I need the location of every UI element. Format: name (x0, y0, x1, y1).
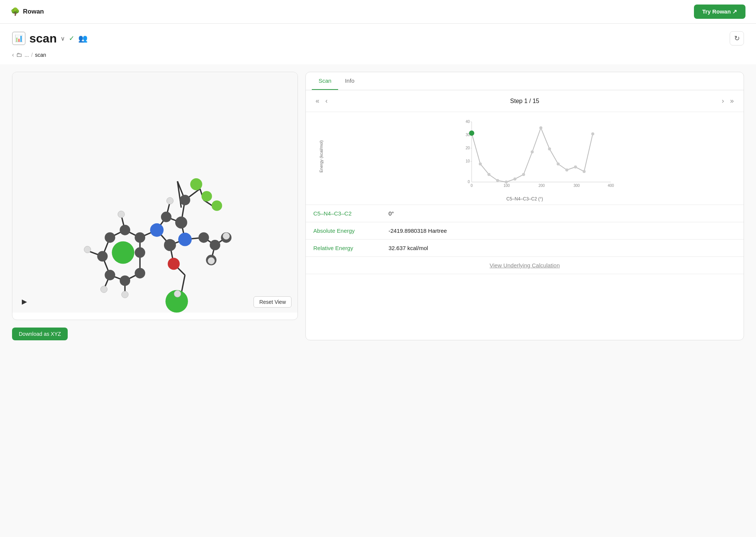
download-xyz-button[interactable]: Download as XYZ (12, 328, 68, 340)
svg-text:20: 20 (466, 146, 470, 150)
svg-text:100: 100 (504, 184, 510, 188)
svg-text:200: 200 (539, 184, 545, 188)
svg-point-49 (105, 270, 115, 280)
breadcrumb-folder-icon: 🗀 (16, 52, 22, 58)
svg-point-84 (505, 181, 508, 184)
chart-container: Energy (kcal/mol) 40 30 20 (306, 112, 744, 205)
step-prev-button[interactable]: ‹ (323, 96, 330, 106)
dihedral-label: C5–N4–C3–C2 (313, 210, 389, 217)
svg-point-51 (135, 268, 145, 278)
svg-point-38 (190, 178, 202, 190)
view-calc-row: View Underlying Calculation (306, 257, 744, 274)
logo-icon: 🌳 (11, 7, 20, 16)
dihedral-value: 0° (389, 210, 394, 217)
molecule-svg (12, 72, 298, 313)
refresh-button[interactable]: ↻ (730, 31, 744, 46)
svg-point-41 (164, 239, 176, 251)
svg-point-92 (574, 165, 577, 168)
step-next-button[interactable]: › (720, 96, 726, 106)
molecule-panel: ▶ Reset View (12, 72, 298, 320)
svg-point-58 (118, 211, 124, 218)
svg-text:300: 300 (574, 184, 580, 188)
absolute-energy-row: Absolute Energy -2419.8980318 Hartree (306, 222, 744, 240)
svg-point-95 (469, 130, 474, 136)
main-content: ▶ Reset View Download as XYZ Scan Info «… (0, 64, 756, 348)
svg-point-64 (174, 290, 181, 297)
svg-point-47 (105, 232, 115, 243)
svg-point-86 (522, 173, 525, 176)
relative-energy-label: Relative Energy (313, 245, 389, 251)
svg-point-87 (531, 150, 534, 153)
svg-point-81 (479, 162, 482, 165)
tab-scan[interactable]: Scan (312, 72, 338, 90)
reset-view-button[interactable]: Reset View (254, 296, 291, 308)
svg-point-45 (135, 232, 145, 243)
svg-point-93 (583, 170, 586, 173)
svg-point-61 (121, 291, 128, 298)
absolute-energy-label: Absolute Energy (313, 228, 389, 234)
breadcrumb-back-button[interactable]: ‹ (12, 52, 14, 58)
app-name: Rowan (23, 8, 44, 15)
svg-point-85 (513, 177, 516, 181)
svg-point-59 (84, 246, 91, 253)
svg-point-89 (548, 147, 551, 150)
title-icon: 📊 (12, 32, 26, 45)
page-title: scan (29, 32, 57, 46)
svg-point-83 (496, 179, 499, 182)
page-title-row: 📊 scan ∨ ✓ 👥 ↻ (12, 31, 744, 46)
svg-point-39 (202, 191, 212, 202)
svg-point-44 (180, 195, 190, 205)
refresh-icon: ↻ (734, 34, 740, 42)
relative-energy-value: 32.637 kcal/mol (389, 245, 428, 251)
svg-point-52 (135, 247, 145, 258)
step-nav-left-btns: « ‹ (313, 96, 330, 106)
scan-chart-svg[interactable]: 40 30 20 10 0 0 100 200 300 (334, 118, 738, 193)
absolute-energy-value: -2419.8980318 Hartree (389, 228, 447, 234)
molecule-canvas: ▶ Reset View (12, 72, 298, 313)
relative-energy-row: Relative Energy 32.637 kcal/mol (306, 240, 744, 257)
svg-point-34 (178, 233, 192, 246)
app-logo[interactable]: 🌳 Rowan (11, 7, 44, 16)
try-rowan-button[interactable]: Try Rowan ↗ (694, 5, 745, 19)
step-first-button[interactable]: « (313, 96, 322, 106)
svg-text:10: 10 (466, 159, 470, 163)
svg-point-82 (487, 173, 490, 176)
svg-point-62 (223, 233, 230, 240)
step-nav-right-btns: › » (720, 96, 736, 106)
svg-point-53 (199, 232, 209, 243)
svg-point-43 (161, 212, 172, 222)
top-nav: 🌳 Rowan Try Rowan ↗ (0, 0, 756, 24)
chart-y-label: Energy (kcal/mol) (319, 140, 323, 173)
molecule-viewer-wrapper: ▶ Reset View Download as XYZ (12, 72, 298, 340)
breadcrumb-separator: / (31, 52, 33, 58)
svg-text:0: 0 (468, 180, 470, 184)
svg-point-57 (167, 197, 173, 204)
tabs: Scan Info (306, 72, 744, 90)
right-panel: Scan Info « ‹ Step 1 / 15 › » Energy (kc… (305, 72, 744, 340)
title-chevron-icon[interactable]: ∨ (61, 35, 65, 42)
step-last-button[interactable]: » (728, 96, 736, 106)
tab-info[interactable]: Info (338, 72, 361, 90)
breadcrumb: ‹ 🗀 ... / scan (0, 49, 756, 64)
svg-point-91 (565, 168, 568, 171)
page-title-left: 📊 scan ∨ ✓ 👥 (12, 32, 88, 46)
download-section: Download as XYZ (12, 328, 298, 340)
svg-point-33 (150, 223, 164, 237)
svg-point-94 (591, 132, 594, 135)
svg-point-42 (175, 217, 187, 229)
svg-point-88 (539, 126, 542, 129)
chart-icon: 📊 (15, 34, 23, 42)
svg-point-54 (210, 240, 220, 250)
svg-point-48 (97, 251, 108, 262)
dihedral-row: C5–N4–C3–C2 0° (306, 205, 744, 222)
svg-point-60 (100, 286, 107, 293)
svg-point-63 (208, 258, 215, 264)
svg-point-40 (212, 200, 222, 211)
users-icon[interactable]: 👥 (78, 34, 88, 43)
svg-text:400: 400 (608, 184, 614, 188)
svg-point-36 (112, 241, 134, 264)
view-calculation-link[interactable]: View Underlying Calculation (490, 262, 560, 268)
svg-point-35 (168, 258, 180, 270)
play-button[interactable]: ▶ (18, 296, 30, 308)
svg-text:40: 40 (466, 120, 470, 124)
